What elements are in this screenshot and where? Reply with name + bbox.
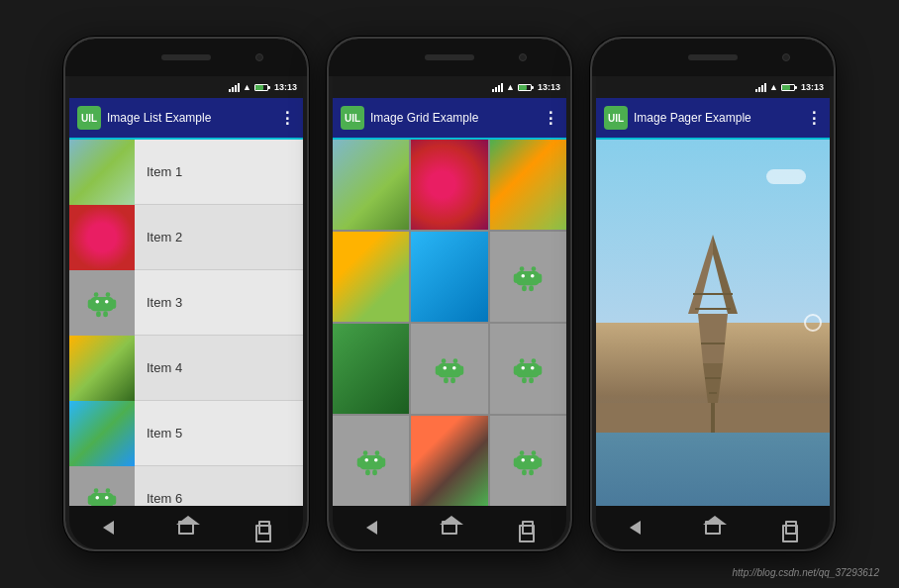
battery-icon-2 [518,84,532,91]
status-bar-1: ▲ 13:13 [69,76,303,98]
pager-indicator [804,314,822,332]
svg-rect-31 [538,273,543,283]
action-title-3: Image Pager Example [634,111,800,125]
svg-rect-67 [538,457,543,467]
nav-recent-btn-1[interactable] [249,514,280,541]
svg-rect-50 [522,377,527,383]
grid-cell-1[interactable] [333,140,409,230]
phone-bottom-1 [69,506,303,549]
phone-bottom-2 [333,506,566,549]
nav-recent-btn-2[interactable] [512,514,544,541]
android-icon-g9 [509,350,547,388]
grid-cell-12[interactable] [490,416,566,506]
list-label-2: Item 2 [135,230,182,245]
nav-recent-icon-1 [258,521,270,535]
svg-rect-48 [514,365,519,375]
svg-point-34 [522,274,526,278]
grid-cell-4[interactable] [333,232,409,322]
nav-back-btn-3[interactable] [619,514,650,541]
svg-rect-29 [516,271,540,285]
nav-home-btn-3[interactable] [697,514,729,541]
more-btn-3[interactable]: ⋮ [806,109,822,128]
thumb-item-4 [69,336,135,401]
wifi-icon-2: ▲ [506,82,515,92]
phone-top-1 [65,39,307,76]
grid-cell-6[interactable] [490,232,566,322]
pager-screen[interactable] [596,140,830,506]
nav-home-btn-2[interactable] [434,514,465,541]
svg-point-52 [522,366,526,370]
nav-recent-icon-2 [522,521,534,535]
signal-icon-2 [492,82,503,92]
camera-1 [255,53,263,61]
svg-point-35 [531,274,535,278]
speaker-3 [688,54,738,60]
grid-cell-11[interactable] [411,416,487,506]
svg-point-0 [94,292,99,297]
svg-rect-58 [380,457,385,467]
thumb-item-3 [69,270,135,336]
phone-top-3 [592,39,834,76]
svg-rect-32 [522,285,527,291]
eiffel-tower [673,235,752,433]
svg-point-54 [362,450,367,455]
svg-rect-39 [436,365,441,375]
speaker-1 [161,54,211,60]
svg-point-61 [364,458,368,462]
phone-top-2 [329,39,570,76]
android-icon-g8 [431,350,468,388]
android-icon-g6 [509,258,547,296]
grid-cell-7[interactable] [333,324,409,414]
android-icon-g12 [509,442,547,480]
action-bar-2: UIL Image Grid Example ⋮ [333,98,566,138]
pager-content [596,140,830,506]
phone-list: ▲ 13:13 UIL Image List Example ⋮ Item 1 [63,37,309,551]
svg-rect-4 [112,299,117,309]
grid-cell-10[interactable] [333,416,409,506]
svg-rect-65 [516,455,540,469]
svg-point-55 [374,450,379,455]
grid-cell-3[interactable] [490,140,566,230]
svg-point-27 [520,266,525,271]
svg-rect-66 [514,457,519,467]
nav-back-btn-1[interactable] [92,514,124,541]
list-item-1[interactable]: Item 1 [69,140,303,205]
grid-cell-8[interactable] [411,324,487,414]
wifi-icon-1: ▲ [243,82,251,92]
action-title-1: Image List Example [107,111,273,125]
list-item-3[interactable]: Item 3 [69,270,303,336]
svg-point-46 [532,358,537,363]
list-container-1: Item 1 Item 2 [69,140,303,506]
list-label-1: Item 1 [135,164,182,179]
list-item-4[interactable]: Item 4 [69,336,303,401]
svg-marker-75 [703,363,723,403]
svg-rect-60 [372,469,377,475]
speaker-2 [425,54,474,60]
svg-rect-40 [458,365,463,375]
watermark: http://blog.csdn.net/qq_37293612 [733,567,879,578]
list-item-6[interactable]: Item 6 [69,466,303,506]
phone-pager: ▲ 13:13 UIL Image Pager Example ⋮ [590,37,836,551]
status-icons-1: ▲ 13:13 [229,82,297,92]
grid-cell-9[interactable] [490,324,566,414]
list-item-2[interactable]: Item 2 [69,205,303,270]
nav-home-icon-3 [705,521,721,535]
svg-point-9 [94,488,99,493]
more-btn-1[interactable]: ⋮ [279,109,295,128]
action-title-2: Image Grid Example [370,111,537,125]
nav-recent-btn-3[interactable] [775,514,807,541]
more-btn-2[interactable]: ⋮ [543,109,558,128]
svg-point-10 [106,488,111,493]
svg-marker-74 [698,314,728,363]
nav-back-btn-2[interactable] [355,514,387,541]
svg-point-70 [522,458,526,462]
svg-point-63 [520,450,525,455]
screen-1: ▲ 13:13 UIL Image List Example ⋮ Item 1 [69,76,303,506]
grid-cell-5[interactable] [411,232,487,322]
list-item-5[interactable]: Item 5 [69,401,303,466]
svg-marker-72 [688,235,713,314]
nav-home-btn-1[interactable] [170,514,202,541]
time-3: 13:13 [801,82,824,92]
svg-rect-2 [90,297,114,311]
grid-cell-2[interactable] [411,140,487,230]
